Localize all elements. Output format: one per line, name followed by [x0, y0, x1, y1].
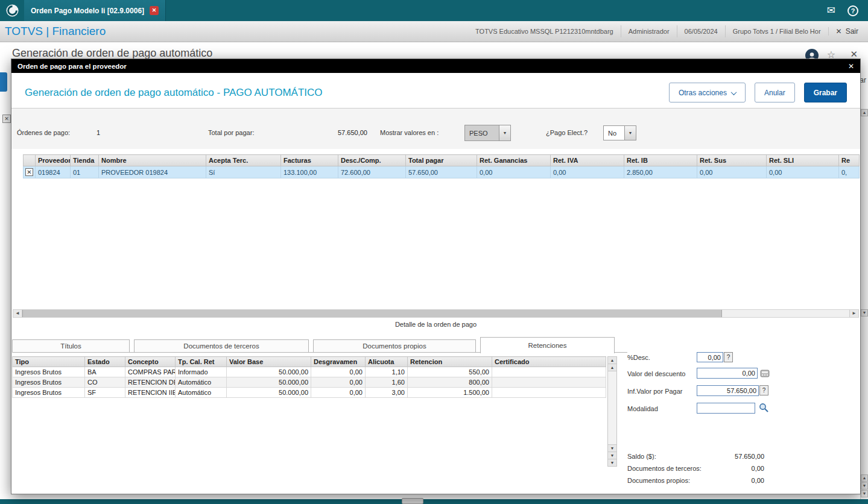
- dialog-titlebar[interactable]: Orden de pago para el proveedor ✕: [11, 59, 860, 73]
- epay-select[interactable]: No ▼: [603, 125, 636, 140]
- cell: 0,00: [311, 377, 366, 388]
- cancel-button[interactable]: Anular: [755, 83, 795, 102]
- scrollbar-track[interactable]: [608, 371, 616, 444]
- discount-value-input[interactable]: [697, 368, 758, 379]
- column-header[interactable]: Retencion: [408, 357, 492, 367]
- search-icon[interactable]: [758, 402, 769, 413]
- epay-label: ¿Pago Elect.?: [546, 129, 588, 136]
- help-question-button[interactable]: ?: [724, 352, 733, 362]
- orders-grid: /*cols*/ ProveedorTiendaNombreAcepta Ter…: [23, 154, 860, 309]
- scroll-down-icon[interactable]: ▼: [861, 482, 868, 490]
- column-header[interactable]: Ret. SLI: [767, 155, 839, 166]
- column-header[interactable]: Nombre: [99, 155, 206, 166]
- scroll-top-icon[interactable]: ▲: [608, 357, 616, 364]
- topbar-icons: ✉ ?: [827, 5, 868, 16]
- environment-label: TOTVS Educativo MSSQL P1212310mntdbarg: [468, 25, 621, 37]
- save-button[interactable]: Grabar: [804, 83, 847, 102]
- order-row[interactable]: ✕ 01982401PROVEEDOR 019824Sí133.100,0072…: [24, 166, 860, 178]
- discount-pct-input[interactable]: [697, 352, 723, 362]
- dialog-close-icon[interactable]: ✕: [848, 63, 854, 70]
- page-close-icon[interactable]: ✕: [850, 49, 858, 58]
- orders-count-label: Órdenes de pago:: [17, 129, 70, 136]
- retentions-scrollbar[interactable]: ▲ ▲ ▼ ▼ ▼: [607, 356, 617, 467]
- cell: 01: [71, 166, 99, 178]
- discount-value-label: Valor del descuento: [627, 370, 685, 377]
- table-row[interactable]: Ingresos BrutosSFRETENCION IIEAutomático…: [13, 388, 606, 398]
- column-header[interactable]: Estado: [85, 357, 125, 367]
- scroll-up-icon[interactable]: ▲: [608, 364, 616, 371]
- cell: 57.650,00: [406, 166, 477, 178]
- cell: Automático: [176, 377, 227, 388]
- column-header[interactable]: Ret. Sus: [697, 155, 767, 166]
- dialog-title: Orden de pago para el proveedor: [17, 63, 127, 70]
- other-actions-button[interactable]: Otras acciones: [669, 83, 746, 102]
- scroll-down-icon[interactable]: ▼: [861, 490, 868, 497]
- scroll-up-icon[interactable]: ▲: [861, 474, 868, 482]
- scroll-right-icon[interactable]: ►: [849, 310, 858, 317]
- column-header[interactable]: Total pagar: [406, 155, 477, 166]
- inform-pay-value-input[interactable]: [697, 385, 759, 396]
- scroll-down-icon[interactable]: ▼: [608, 444, 616, 452]
- calculator-icon[interactable]: [760, 370, 770, 377]
- scrollbar-track[interactable]: [722, 310, 849, 317]
- column-header[interactable]: Ret. Ganancias: [477, 155, 551, 166]
- page-scrollbar[interactable]: ▲ ▼ ▲ ▼ ▼: [860, 109, 868, 499]
- column-header[interactable]: Tipo: [13, 357, 85, 367]
- chevron-down-icon[interactable]: ▼: [624, 126, 636, 140]
- column-header[interactable]: Certificado: [492, 357, 606, 367]
- cell: SF: [85, 388, 125, 398]
- column-header[interactable]: Re: [839, 155, 860, 166]
- row-checkbox[interactable]: ✕: [25, 168, 33, 176]
- column-header[interactable]: Desc./Comp.: [338, 155, 406, 166]
- tab-documentos-propios[interactable]: Documentos propios: [313, 339, 476, 353]
- cell: 1.500,00: [408, 388, 492, 398]
- total-to-pay-value: 57.650,00: [338, 129, 367, 136]
- modality-label: Modalidad: [627, 405, 658, 412]
- chevron-down-icon[interactable]: ▼: [499, 125, 510, 140]
- tab-retenciones[interactable]: Retenciones: [480, 337, 615, 353]
- column-header[interactable]: Acepta Terc.: [206, 155, 281, 166]
- exit-button[interactable]: ✕ Sair: [828, 27, 868, 36]
- scroll-bottom-icon[interactable]: ▼: [608, 459, 616, 466]
- summary-band: Órdenes de pago: 1 Total por pagar: 57.6…: [11, 109, 860, 149]
- cell: 0,00: [311, 388, 366, 398]
- column-header[interactable]: Desgravamen: [311, 357, 366, 367]
- column-header[interactable]: Ret. IB: [624, 155, 697, 166]
- scroll-down-icon[interactable]: ▼: [861, 309, 868, 317]
- cell: 0,00: [477, 166, 551, 178]
- table-row[interactable]: Ingresos BrutosBACOMPRAS PARInformado50.…: [13, 367, 606, 377]
- column-header[interactable]: Alicuota: [366, 357, 408, 367]
- column-header[interactable]: Proveedor: [36, 155, 71, 166]
- help-icon[interactable]: ?: [847, 5, 858, 16]
- scroll-left-icon[interactable]: ◄: [13, 310, 22, 317]
- payment-order-dialog: Orden de pago para el proveedor ✕ Genera…: [11, 58, 861, 494]
- docs-propios-value: 0,00: [693, 477, 764, 484]
- tab-documentos-terceros[interactable]: Documentos de terceros: [134, 339, 309, 353]
- total-to-pay-label: Total por pagar:: [208, 129, 254, 136]
- docs-terceros-label: Documentos de terceros:: [627, 465, 702, 472]
- modality-input[interactable]: [697, 403, 755, 414]
- column-header[interactable]: Concepto: [125, 357, 176, 367]
- column-header[interactable]: Ret. IVA: [551, 155, 624, 166]
- scrollbar-thumb[interactable]: [22, 310, 722, 317]
- horizontal-scrollbar[interactable]: ◄ ►: [13, 309, 859, 318]
- select-all-header[interactable]: [24, 155, 36, 166]
- app-tab[interactable]: Orden Pago Modelo Ii [02.9.0006] ✕: [24, 0, 166, 21]
- docs-terceros-value: 0,00: [693, 465, 764, 472]
- help-question-button[interactable]: ?: [759, 385, 768, 395]
- column-header[interactable]: Tienda: [71, 155, 99, 166]
- resize-grip[interactable]: [402, 498, 423, 504]
- tab-titulos[interactable]: Títulos: [12, 339, 130, 353]
- cell: PROVEEDOR 019824: [99, 166, 206, 178]
- scroll-down-icon[interactable]: ▼: [608, 452, 616, 459]
- mail-icon[interactable]: ✉: [827, 5, 835, 16]
- tab-close-icon[interactable]: ✕: [150, 6, 159, 15]
- chevron-down-icon: [731, 89, 737, 95]
- column-header[interactable]: Tp. Cal. Ret: [176, 357, 227, 367]
- column-header[interactable]: Valor Base: [227, 357, 311, 367]
- currency-select[interactable]: PESO ▼: [464, 125, 511, 141]
- cell: Ingresos Brutos: [13, 367, 85, 377]
- scroll-up-icon[interactable]: ▲: [861, 109, 868, 116]
- column-header[interactable]: Facturas: [281, 155, 338, 166]
- table-row[interactable]: Ingresos BrutosCORETENCION DEAutomático5…: [13, 377, 606, 388]
